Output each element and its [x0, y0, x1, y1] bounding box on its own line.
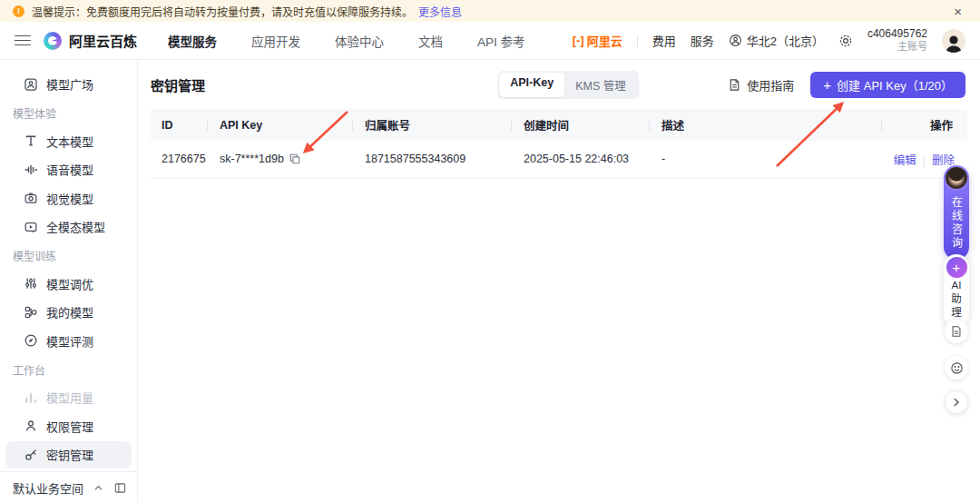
sidebar-item-audio-model[interactable]: 语音模型: [5, 156, 132, 183]
main-content: 密钥管理 API-Key KMS 管理 使用指南 + 创建 API Key（1/…: [138, 60, 980, 503]
banner-text: 温馨提示：免费额度用完后将自动转为按量付费，请及时充值以保障服务持续。: [32, 4, 413, 19]
aliyun-logo[interactable]: [-] 阿里云: [573, 32, 622, 49]
sidebar-item-label: 模型广场: [46, 75, 93, 93]
col-actions: 操作: [881, 109, 967, 141]
tune-icon: [24, 276, 38, 291]
sidebar-item-model-usage[interactable]: 模型用量: [5, 384, 132, 411]
page-title: 密钥管理: [151, 75, 205, 94]
ai-assistant-label: 助: [951, 293, 962, 305]
feedback-doc-button[interactable]: [945, 320, 968, 343]
col-id: ID: [151, 109, 207, 141]
chevron-up-icon[interactable]: [93, 483, 103, 493]
gear-icon[interactable]: [838, 34, 853, 48]
sidebar-item-label: 全模态模型: [46, 218, 105, 235]
ai-plus-icon: +: [946, 257, 967, 278]
sidebar-item-label: 模型评测: [46, 332, 93, 350]
sidebar-item-label: 我的模型: [46, 303, 93, 321]
account-info[interactable]: c406495762 主账号: [867, 27, 927, 54]
brand-title[interactable]: 阿里云百炼: [69, 31, 137, 50]
tab-api-key[interactable]: API-Key: [499, 73, 564, 97]
sidebar-item-label: 文本模型: [46, 133, 93, 150]
sidebar-section-model-training: 模型训练: [0, 243, 137, 269]
col-api-key: API Key: [207, 109, 352, 141]
ai-assistant-widget[interactable]: + AI 助 理: [944, 254, 969, 327]
delete-link[interactable]: 删除: [932, 154, 955, 167]
sidebar-item-label: 模型调优: [46, 275, 93, 292]
audio-model-icon: [24, 163, 38, 177]
sidebar-item-permission[interactable]: 权限管理: [5, 412, 132, 439]
sidebar-item-model-tuning[interactable]: 模型调优: [5, 270, 132, 297]
plus-icon: +: [823, 78, 831, 92]
usage-icon: [24, 390, 38, 405]
divider: [637, 35, 638, 47]
nav-tab-api-ref[interactable]: API 参考: [477, 32, 525, 50]
close-icon[interactable]: ×: [948, 5, 967, 18]
tab-kms[interactable]: KMS 管理: [564, 73, 637, 97]
create-api-key-button[interactable]: + 创建 API Key（1/20）: [810, 72, 965, 98]
page-header: 密钥管理 API-Key KMS 管理 使用指南 + 创建 API Key（1/…: [138, 60, 980, 109]
consultant-avatar: [944, 165, 969, 191]
warning-icon: !: [13, 5, 24, 17]
cell-id: 2176675: [151, 141, 207, 178]
collapse-sidebar-icon[interactable]: [114, 482, 126, 494]
hamburger-menu-icon[interactable]: [15, 35, 31, 46]
service-link[interactable]: 服务: [691, 32, 714, 49]
vision-model-icon: [24, 191, 38, 205]
divider: |: [923, 154, 926, 167]
more-info-link[interactable]: 更多信息: [418, 4, 462, 19]
edit-link[interactable]: 编辑: [894, 154, 916, 167]
col-desc: 描述: [649, 109, 881, 141]
key-icon: [24, 448, 38, 462]
sidebar-item-omni-model[interactable]: 全模态模型: [5, 213, 132, 241]
sidebar-item-label: 视觉模型: [46, 190, 93, 207]
sidebar-item-my-models[interactable]: 我的模型: [5, 299, 132, 326]
sidebar-item-text-model[interactable]: 文本模型: [5, 127, 132, 154]
nav-tab-model-service[interactable]: 模型服务: [168, 32, 217, 50]
table-row: 2176675 sk-7****1d9b 1871587555343609 20…: [151, 141, 967, 178]
my-models-icon: [24, 305, 38, 320]
top-nav: 阿里云百炼 模型服务 应用开发 体验中心 文档 API 参考 [-] 阿里云 费…: [0, 22, 980, 60]
eval-icon: [24, 333, 38, 348]
sidebar-item-vision-model[interactable]: 视觉模型: [5, 184, 132, 212]
avatar-silhouette-icon: [944, 33, 964, 53]
sidebar-item-label: 密钥管理: [46, 446, 93, 463]
key-type-tabs: API-Key KMS 管理: [497, 71, 639, 99]
region-selector[interactable]: 华北2（北京）: [729, 32, 824, 49]
sidebar-item-model-eval[interactable]: 模型评测: [5, 327, 132, 354]
billing-link[interactable]: 费用: [652, 32, 676, 49]
online-consult-label: 在线咨询: [949, 196, 965, 251]
sidebar-item-key-management[interactable]: 密钥管理: [5, 441, 132, 468]
chevron-right-icon: [951, 397, 962, 408]
ai-assistant-label: 理: [951, 307, 962, 319]
aliyun-logo-bracket: [-]: [573, 34, 584, 47]
sidebar-item-label: 语音模型: [46, 161, 93, 178]
collapse-widgets-button[interactable]: [945, 390, 968, 414]
aliyun-logo-text: 阿里云: [587, 32, 622, 49]
sidebar-item-label: 权限管理: [46, 418, 93, 435]
workspace-switcher[interactable]: 默认业务空间: [0, 471, 137, 503]
sidebar-item-model-plaza[interactable]: 模型广场: [5, 71, 132, 98]
usage-guide-link[interactable]: 使用指南: [728, 76, 794, 94]
bailian-logo-icon: [44, 32, 62, 50]
col-account: 归属账号: [352, 109, 511, 141]
nav-tab-docs[interactable]: 文档: [418, 32, 443, 50]
online-consult-widget[interactable]: 在线咨询: [944, 167, 969, 260]
nav-tab-experience[interactable]: 体验中心: [335, 32, 384, 50]
user-location-icon: [729, 34, 742, 47]
account-type: 主账号: [867, 41, 927, 54]
notice-banner: ! 温馨提示：免费额度用完后将自动转为按量付费，请及时充值以保障服务持续。 更多…: [0, 0, 980, 22]
create-api-key-label: 创建 API Key（1/20）: [837, 76, 953, 94]
nav-tab-app-dev[interactable]: 应用开发: [251, 32, 300, 50]
document-icon: [728, 78, 741, 92]
ai-assistant-label: AI: [952, 280, 962, 291]
feedback-smile-button[interactable]: [945, 356, 968, 380]
plaza-icon: [24, 77, 38, 92]
copy-icon[interactable]: [289, 153, 300, 164]
omni-model-icon: [24, 220, 38, 234]
region-label: 华北2（北京）: [747, 32, 824, 49]
avatar[interactable]: [942, 29, 965, 53]
cell-account: 1871587555343609: [352, 141, 511, 178]
cell-desc: -: [649, 141, 881, 178]
sidebar-section-workbench: 工作台: [0, 357, 137, 382]
primary-nav: 模型服务 应用开发 体验中心 文档 API 参考: [168, 32, 525, 50]
